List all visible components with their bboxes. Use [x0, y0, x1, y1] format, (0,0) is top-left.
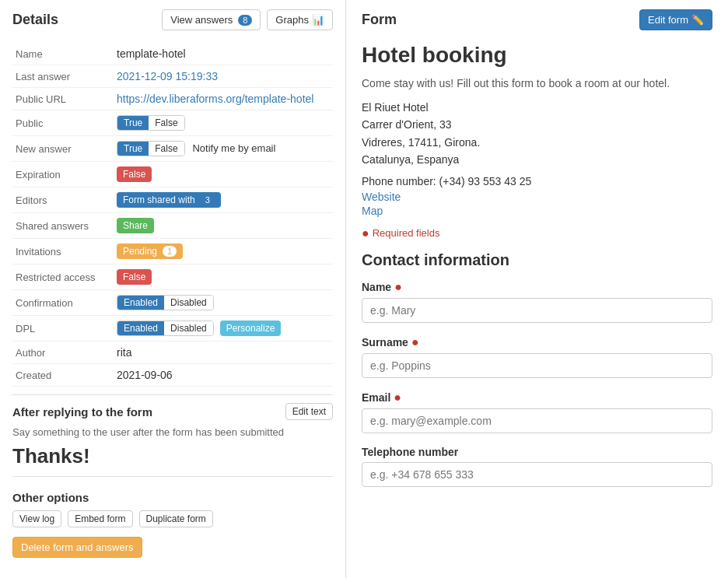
author-row: Author rita	[12, 342, 333, 364]
field-label-text-0: Name	[362, 281, 391, 293]
new-answer-label: New answer	[12, 136, 114, 162]
shared-answers-label: Shared answers	[12, 213, 114, 239]
required-fields-note: ● Required fields	[362, 226, 712, 240]
required-dot: ●	[362, 226, 369, 240]
last-answer-label: Last answer	[12, 65, 114, 88]
duplicate-form-button[interactable]: Duplicate form	[139, 510, 213, 527]
field-label-row-2: Email●	[362, 391, 712, 405]
required-fields-label: Required fields	[373, 227, 440, 239]
field-required-dot-1: ●	[411, 335, 419, 349]
dpl-personalize-btn[interactable]: Personalize	[220, 321, 282, 336]
public-url-link[interactable]: https://dev.liberaforms.org/template-hot…	[117, 93, 313, 105]
editors-row: Editors Form shared with 3	[12, 187, 333, 213]
dpl-label: DPL	[12, 316, 114, 342]
form-fields: Name●Surname●Email●Telephone number	[362, 280, 712, 487]
public-row: Public True False	[12, 110, 333, 136]
last-answer-link[interactable]: 2021-12-09 15:19:33	[117, 70, 218, 82]
public-false-btn[interactable]: False	[149, 116, 184, 130]
other-options-title: Other options	[12, 491, 333, 504]
invitations-label: Invitations	[12, 239, 114, 264]
contact-section-title: Contact information	[362, 251, 712, 269]
hotel-address3: Catalunya, Espanya	[362, 151, 712, 168]
invitations-pending-btn[interactable]: Pending 1	[117, 243, 183, 259]
form-field-3: Telephone number	[362, 446, 712, 487]
dpl-disabled-btn[interactable]: Disabled	[164, 321, 213, 335]
confirmation-toggle[interactable]: Enabled Disabled	[117, 295, 214, 310]
public-true-btn[interactable]: True	[117, 116, 149, 130]
field-label-text-3: Telephone number	[362, 446, 458, 458]
confirmation-enabled-btn[interactable]: Enabled	[117, 296, 164, 310]
hotel-links: Website Map	[362, 191, 712, 217]
field-label-row-0: Name●	[362, 280, 712, 294]
invitations-pending-label: Pending	[123, 246, 157, 257]
created-value: 2021-09-06	[114, 364, 333, 387]
after-reply-title: After replying to the form	[12, 405, 152, 419]
invitations-row: Invitations Pending 1	[12, 239, 333, 264]
field-input-3[interactable]	[362, 462, 712, 487]
hotel-phone: Phone number: (+34) 93 553 43 25	[362, 175, 712, 187]
thanks-text: Thanks!	[12, 444, 333, 468]
divider-1	[12, 394, 333, 395]
hotel-website-link[interactable]: Website	[362, 191, 712, 203]
field-input-2[interactable]	[362, 408, 712, 433]
hotel-map-link[interactable]: Map	[362, 205, 712, 217]
pencil-icon: ✏️	[691, 14, 704, 26]
shared-answers-row: Shared answers Share	[12, 213, 333, 239]
restricted-false-btn[interactable]: False	[117, 269, 152, 285]
name-value: template-hotel	[114, 43, 333, 65]
restricted-access-row: Restricted access False	[12, 264, 333, 290]
new-answer-toggle[interactable]: True False	[117, 141, 185, 156]
view-answers-button[interactable]: View answers 8	[162, 9, 261, 30]
expiration-label: Expiration	[12, 162, 114, 187]
last-answer-row: Last answer 2021-12-09 15:19:33	[12, 65, 333, 88]
edit-form-button[interactable]: Edit form ✏️	[639, 9, 712, 30]
public-toggle[interactable]: True False	[117, 115, 185, 131]
details-table: Name template-hotel Last answer 2021-12-…	[12, 43, 333, 387]
graphs-icon: 📊	[312, 14, 324, 26]
divider-2	[12, 476, 333, 477]
field-label-row-3: Telephone number	[362, 446, 712, 458]
dpl-enabled-btn[interactable]: Enabled	[117, 321, 164, 335]
author-value: rita	[114, 342, 333, 364]
view-log-button[interactable]: View log	[12, 510, 61, 527]
new-answer-false-btn[interactable]: False	[149, 142, 184, 156]
edit-form-label: Edit form	[648, 14, 688, 26]
embed-form-button[interactable]: Embed form	[68, 510, 132, 527]
name-row: Name template-hotel	[12, 43, 333, 65]
hotel-name: El Riuet Hotel	[362, 99, 712, 116]
after-reply-header: After replying to the form Edit text	[12, 403, 333, 420]
expiration-false-btn[interactable]: False	[117, 166, 152, 182]
editors-count-badge: 3	[201, 194, 215, 205]
hotel-address: El Riuet Hotel Carrer d'Orient, 33 Vidre…	[362, 99, 712, 169]
form-shared-button[interactable]: Form shared with 3	[117, 192, 221, 208]
restricted-access-label: Restricted access	[12, 264, 114, 290]
confirmation-label: Confirmation	[12, 290, 114, 316]
delete-form-button[interactable]: Delete form and answers	[12, 537, 142, 558]
author-label: Author	[12, 342, 114, 364]
invitations-count-badge: 1	[163, 246, 177, 257]
form-field-0: Name●	[362, 280, 712, 323]
form-field-1: Surname●	[362, 335, 712, 378]
form-panel-title: Form	[362, 12, 397, 28]
field-input-0[interactable]	[362, 298, 712, 323]
public-url-row: Public URL https://dev.liberaforms.org/t…	[12, 88, 333, 110]
new-answer-true-btn[interactable]: True	[117, 142, 149, 156]
created-row: Created 2021-09-06	[12, 364, 333, 387]
expiration-row: Expiration False	[12, 162, 333, 187]
field-required-dot-2: ●	[394, 391, 401, 405]
details-header-buttons: View answers 8 Graphs 📊	[162, 9, 333, 30]
confirmation-disabled-btn[interactable]: Disabled	[164, 296, 213, 310]
left-panel: Details View answers 8 Graphs 📊 Name tem…	[0, 0, 346, 578]
graphs-button[interactable]: Graphs 📊	[267, 9, 333, 30]
notify-email-label: Notify me by email	[192, 142, 275, 154]
form-shared-label: Form shared with	[123, 194, 195, 205]
editors-label: Editors	[12, 187, 114, 213]
field-label-text-2: Email	[362, 391, 390, 404]
share-button[interactable]: Share	[117, 218, 154, 233]
confirmation-row: Confirmation Enabled Disabled	[12, 290, 333, 316]
edit-text-button[interactable]: Edit text	[285, 403, 333, 420]
form-field-2: Email●	[362, 391, 712, 433]
dpl-toggle[interactable]: Enabled Disabled	[117, 321, 214, 336]
field-required-dot-0: ●	[394, 280, 402, 294]
field-input-1[interactable]	[362, 353, 712, 378]
